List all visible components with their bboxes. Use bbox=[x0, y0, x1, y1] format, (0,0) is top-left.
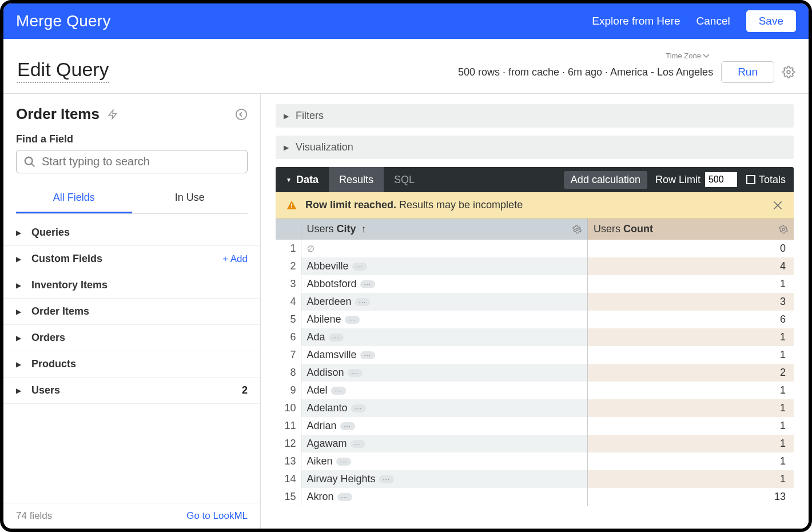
caret-down-icon: ▼ bbox=[286, 177, 292, 183]
cell-actions-icon[interactable]: ··· bbox=[352, 263, 367, 271]
field-group[interactable]: ▶Products bbox=[3, 351, 260, 378]
edit-query-title[interactable]: Edit Query bbox=[17, 58, 109, 83]
collapse-sidebar-button[interactable] bbox=[235, 108, 248, 121]
add-custom-field-link[interactable]: + Add bbox=[222, 253, 248, 265]
cell-actions-icon[interactable]: ··· bbox=[351, 440, 365, 448]
city-cell[interactable]: ∅ bbox=[301, 240, 588, 257]
city-value: Adrian bbox=[307, 420, 337, 431]
city-cell[interactable]: Adrian··· bbox=[301, 417, 588, 435]
row-number: 11 bbox=[276, 417, 301, 435]
tab-results[interactable]: Results bbox=[329, 167, 384, 192]
table-row: 10Adelanto···1 bbox=[276, 399, 794, 417]
filters-panel-toggle[interactable]: ▶ Filters bbox=[276, 104, 794, 128]
cell-actions-icon[interactable]: ··· bbox=[360, 280, 375, 288]
count-cell[interactable]: 4 bbox=[588, 257, 794, 275]
count-cell[interactable]: 2 bbox=[588, 364, 794, 382]
city-cell[interactable]: Abbotsford··· bbox=[301, 275, 588, 293]
field-group[interactable]: ▶Inventory Items bbox=[3, 272, 260, 299]
city-value: Adelanto bbox=[307, 402, 348, 414]
table-row: 8Addison···2 bbox=[276, 364, 794, 382]
count-cell[interactable]: 1 bbox=[588, 346, 794, 364]
cell-actions-icon[interactable]: ··· bbox=[355, 298, 370, 306]
field-group-label: Products bbox=[31, 358, 248, 370]
count-cell[interactable]: 1 bbox=[588, 399, 794, 417]
tab-in-use[interactable]: In Use bbox=[132, 184, 248, 213]
field-group[interactable]: ▶Orders bbox=[3, 325, 260, 351]
cell-actions-icon[interactable]: ··· bbox=[345, 316, 360, 324]
explore-from-here-link[interactable]: Explore from Here bbox=[592, 15, 680, 27]
field-group[interactable]: ▶Custom Fields+ Add bbox=[3, 246, 260, 272]
count-cell[interactable]: 1 bbox=[588, 417, 794, 435]
totals-checkbox[interactable] bbox=[746, 175, 755, 184]
close-warning-button[interactable] bbox=[772, 200, 783, 211]
column-header-city[interactable]: Users City ↑ bbox=[301, 219, 588, 240]
tab-sql[interactable]: SQL bbox=[384, 167, 425, 192]
field-group-label: Users bbox=[31, 384, 242, 396]
add-calculation-button[interactable]: Add calculation bbox=[564, 171, 647, 189]
city-cell[interactable]: Addison··· bbox=[301, 364, 588, 382]
save-button[interactable]: Save bbox=[746, 10, 796, 32]
city-cell[interactable]: Abbeville··· bbox=[301, 257, 588, 275]
warning-icon bbox=[286, 200, 297, 211]
city-cell[interactable]: Airway Heights··· bbox=[301, 470, 588, 488]
city-cell[interactable]: Adamsville··· bbox=[301, 346, 588, 364]
cell-actions-icon[interactable]: ··· bbox=[340, 422, 355, 430]
city-cell[interactable]: Abilene··· bbox=[301, 311, 588, 328]
column-settings-city[interactable] bbox=[572, 225, 582, 234]
row-number: 15 bbox=[276, 488, 301, 506]
column-settings-count[interactable] bbox=[779, 225, 788, 234]
column-header-count[interactable]: Users Count bbox=[588, 219, 794, 240]
count-cell[interactable]: 6 bbox=[588, 311, 794, 328]
city-cell[interactable]: Agawam··· bbox=[301, 435, 588, 452]
count-cell[interactable]: 1 bbox=[588, 328, 794, 346]
cell-actions-icon[interactable]: ··· bbox=[337, 493, 352, 501]
field-group[interactable]: ▶Users2 bbox=[3, 378, 260, 404]
cell-actions-icon[interactable]: ··· bbox=[336, 458, 351, 466]
city-cell[interactable]: Adelanto··· bbox=[301, 399, 588, 417]
search-input[interactable] bbox=[42, 155, 240, 168]
results-table-wrap[interactable]: Users City ↑ Users Count bbox=[276, 219, 794, 529]
count-cell[interactable]: 0 bbox=[588, 240, 794, 257]
count-cell[interactable]: 3 bbox=[588, 293, 794, 311]
totals-toggle[interactable]: Totals bbox=[746, 174, 786, 186]
count-cell[interactable]: 13 bbox=[588, 488, 794, 506]
go-to-lookml-link[interactable]: Go to LookML bbox=[186, 510, 248, 522]
city-cell[interactable]: Aiken··· bbox=[301, 452, 588, 470]
caret-right-icon: ▶ bbox=[16, 334, 21, 342]
count-cell[interactable]: 1 bbox=[588, 275, 794, 293]
svg-point-10 bbox=[782, 228, 785, 231]
city-cell[interactable]: Aberdeen··· bbox=[301, 293, 588, 311]
cell-actions-icon[interactable]: ··· bbox=[331, 387, 346, 395]
search-input-wrap[interactable] bbox=[16, 150, 248, 173]
cell-actions-icon[interactable]: ··· bbox=[379, 475, 394, 483]
count-cell[interactable]: 1 bbox=[588, 470, 794, 488]
count-cell[interactable]: 1 bbox=[588, 382, 794, 399]
cell-actions-icon[interactable]: ··· bbox=[360, 351, 375, 359]
visualization-panel-toggle[interactable]: ▶ Visualization bbox=[276, 136, 794, 159]
row-number: 6 bbox=[276, 328, 301, 346]
table-row: 11Adrian···1 bbox=[276, 417, 794, 435]
city-value: Aberdeen bbox=[307, 296, 352, 307]
row-limit-input[interactable] bbox=[705, 172, 737, 187]
bolt-icon[interactable] bbox=[108, 108, 118, 121]
cell-actions-icon[interactable]: ··· bbox=[351, 404, 366, 412]
city-cell[interactable]: Ada··· bbox=[301, 328, 588, 346]
run-button[interactable]: Run bbox=[721, 61, 774, 83]
field-group-label: Orders bbox=[31, 332, 248, 344]
tab-all-fields[interactable]: All Fields bbox=[16, 184, 132, 213]
cell-actions-icon[interactable]: ··· bbox=[348, 369, 363, 377]
field-tabs: All Fields In Use bbox=[16, 184, 248, 214]
data-section-toggle[interactable]: ▼ Data bbox=[276, 167, 329, 192]
cancel-link[interactable]: Cancel bbox=[696, 15, 730, 27]
row-number: 1 bbox=[276, 240, 301, 257]
count-cell[interactable]: 1 bbox=[588, 452, 794, 470]
city-cell[interactable]: Akron··· bbox=[301, 488, 588, 506]
city-cell[interactable]: Adel··· bbox=[301, 382, 588, 399]
cell-actions-icon[interactable]: ··· bbox=[329, 334, 344, 342]
field-group[interactable]: ▶Order Items bbox=[3, 299, 260, 325]
count-cell[interactable]: 1 bbox=[588, 435, 794, 452]
field-group[interactable]: ▶Queries bbox=[3, 220, 260, 246]
query-settings-button[interactable] bbox=[782, 66, 795, 78]
timezone-selector[interactable]: Time Zone bbox=[666, 51, 709, 60]
table-row: 12Agawam···1 bbox=[276, 435, 794, 452]
